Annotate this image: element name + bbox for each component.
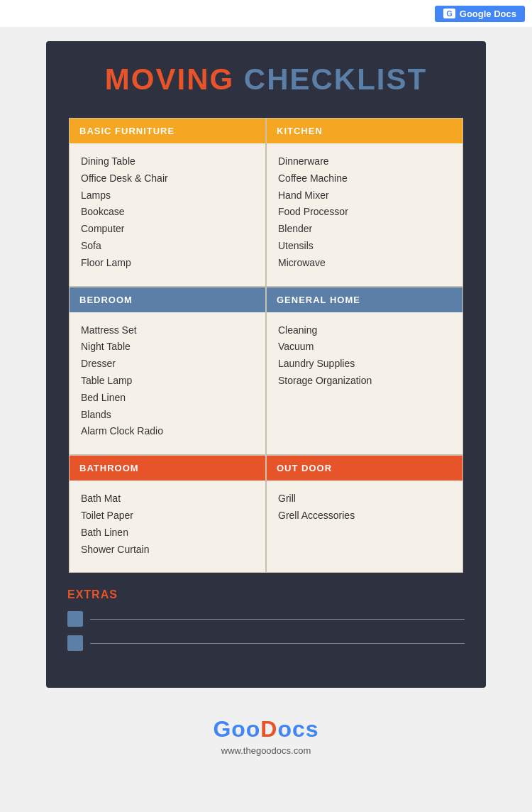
item-microwave: Microwave [278, 255, 451, 272]
section-bedroom: BEDROOM Mattress Set Night Table Dresser… [69, 287, 266, 456]
item-dresser: Dresser [81, 356, 254, 373]
item-blands: Blands [81, 407, 254, 424]
checklist-grid: BASIC FURNITURE Dining Table Office Desk… [67, 116, 465, 574]
item-grill: Grill [278, 490, 451, 508]
extras-checkbox-2[interactable] [67, 635, 83, 651]
item-coffee-machine: Coffee Machine [278, 170, 451, 187]
section-kitchen: KITCHEN Dinnerware Coffee Machine Hand M… [266, 118, 463, 287]
extras-title: EXTRAS [67, 588, 465, 601]
logo-goo: Goo [213, 716, 260, 742]
item-bath-mat: Bath Mat [81, 490, 254, 508]
extras-line-1 [67, 611, 465, 627]
logo-d-icon: D [260, 716, 277, 742]
section-header-outdoor: OUT DOOR [267, 456, 462, 481]
item-lamps: Lamps [81, 187, 254, 204]
google-docs-label: Google Docs [460, 9, 516, 19]
logo-ocs: ocs [277, 716, 318, 742]
section-basic-furniture: BASIC FURNITURE Dining Table Office Desk… [69, 118, 266, 287]
section-header-kitchen: KITCHEN [267, 119, 462, 143]
item-dinnerware: Dinnerware [278, 153, 451, 170]
item-mattress-set: Mattress Set [81, 322, 254, 339]
item-table-lamp: Table Lamp [81, 373, 254, 390]
item-food-processor: Food Processor [278, 204, 451, 221]
checklist-document: MOVING CHECKLIST BASIC FURNITURE Dining … [46, 41, 486, 688]
item-sofa: Sofa [81, 238, 254, 255]
item-hand-mixer: Hand Mixer [278, 187, 451, 204]
section-header-basic-furniture: BASIC FURNITURE [70, 119, 265, 143]
item-dining-table: Dining Table [81, 153, 254, 170]
section-body-general-home: Cleaning Vacuum Laundry Supplies Storage… [267, 312, 462, 404]
goodocs-logo: GooDocs [213, 716, 318, 742]
google-docs-badge: G Google Docs [435, 6, 525, 22]
section-body-bedroom: Mattress Set Night Table Dresser Table L… [70, 312, 265, 455]
google-icon: G [443, 9, 455, 18]
section-bathroom: BATHROOM Bath Mat Toilet Paper Bath Line… [69, 455, 266, 573]
top-bar: G Google Docs [0, 0, 532, 27]
title-moving: MOVING [105, 62, 234, 96]
item-night-table: Night Table [81, 339, 254, 356]
extras-line-2 [67, 635, 465, 651]
section-header-bathroom: BATHROOM [70, 456, 265, 481]
item-utensils: Utensils [278, 238, 451, 255]
item-cleaning: Cleaning [278, 322, 451, 339]
section-body-basic-furniture: Dining Table Office Desk & Chair Lamps B… [70, 143, 265, 286]
item-storage-organization: Storage Organization [278, 373, 451, 390]
item-floor-lamp: Floor Lamp [81, 255, 254, 272]
title-checklist: CHECKLIST [244, 62, 427, 96]
main-wrapper: MOVING CHECKLIST BASIC FURNITURE Dining … [0, 27, 532, 791]
goodocs-url: www.thegoodocs.com [221, 745, 311, 756]
item-shower-curtain: Shower Curtain [81, 542, 254, 559]
extras-checkbox-1[interactable] [67, 611, 83, 627]
extras-section: EXTRAS [67, 588, 465, 651]
section-body-bathroom: Bath Mat Toilet Paper Bath Linen Shower … [70, 481, 265, 572]
footer: GooDocs www.thegoodocs.com [213, 716, 318, 770]
section-header-general-home: GENERAL HOME [267, 287, 462, 312]
section-header-bedroom: BEDROOM [70, 287, 265, 312]
section-body-outdoor: Grill Grell Accessories [267, 481, 462, 539]
item-computer: Computer [81, 221, 254, 238]
extras-input-line-1[interactable] [90, 619, 465, 620]
item-bookcase: Bookcase [81, 204, 254, 221]
item-bed-linen: Bed Linen [81, 390, 254, 407]
item-bath-linen: Bath Linen [81, 525, 254, 542]
section-body-kitchen: Dinnerware Coffee Machine Hand Mixer Foo… [267, 143, 462, 286]
item-alarm-clock: Alarm Clock Radio [81, 423, 254, 440]
item-grell-accessories: Grell Accessories [278, 508, 451, 525]
section-general-home: GENERAL HOME Cleaning Vacuum Laundry Sup… [266, 287, 463, 456]
item-laundry-supplies: Laundry Supplies [278, 356, 451, 373]
extras-input-line-2[interactable] [90, 643, 465, 644]
section-outdoor: OUT DOOR Grill Grell Accessories [266, 455, 463, 573]
item-blender: Blender [278, 221, 451, 238]
item-vacuum: Vacuum [278, 339, 451, 356]
item-office-desk: Office Desk & Chair [81, 170, 254, 187]
item-toilet-paper: Toilet Paper [81, 508, 254, 525]
doc-title: MOVING CHECKLIST [67, 62, 465, 97]
